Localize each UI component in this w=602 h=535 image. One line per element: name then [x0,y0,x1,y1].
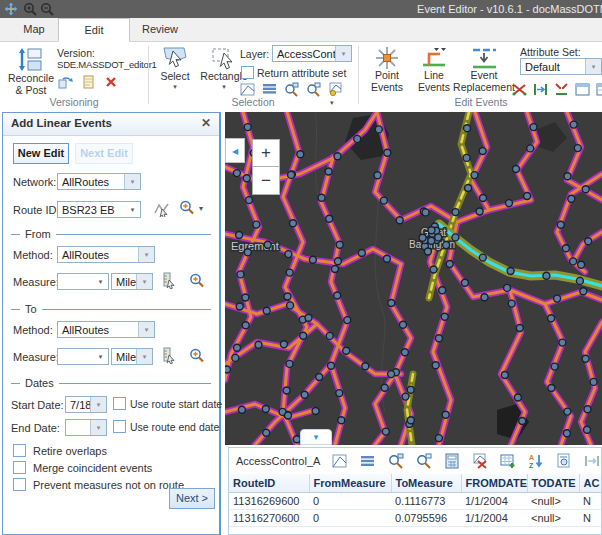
use-route-end-date-checkbox[interactable] [113,420,126,433]
event-point[interactable] [244,249,251,256]
event-point[interactable] [481,294,488,301]
event-point[interactable] [476,208,483,215]
zoom-to-route-icon[interactable] [179,200,195,216]
prevent-measures-checkbox[interactable] [13,478,26,491]
event-point[interactable] [407,386,414,393]
event-point[interactable] [452,234,459,241]
new-edit-button[interactable]: New Edit [13,143,69,164]
event-point[interactable] [435,234,442,241]
zoom-to-selected-icon[interactable] [388,453,404,469]
map-zoom-in-button[interactable]: + [252,139,280,167]
to-measure-caret[interactable]: ▾ [93,349,108,364]
event-point[interactable] [388,300,395,307]
event-point[interactable] [548,315,555,322]
event-point[interactable] [383,255,390,262]
event-point[interactable] [568,195,575,202]
show-selected-icon[interactable] [360,453,376,469]
event-point[interactable] [236,232,243,239]
delete-version-icon[interactable] [105,76,117,88]
from-measure-caret[interactable]: ▾ [93,274,108,289]
new-version-icon[interactable] [82,75,96,89]
pan-to-selection-icon[interactable] [306,82,321,97]
event-point[interactable] [480,195,487,202]
attributes-panel-icon[interactable] [575,82,590,97]
event-point[interactable] [325,168,332,175]
from-units-select[interactable]: Miles ▾ [111,273,153,290]
event-point[interactable] [441,313,448,320]
event-point[interactable] [446,261,453,268]
return-attribute-set-checkbox[interactable] [241,66,254,79]
rectangle-dropdown-caret[interactable]: ▾ [222,83,226,90]
event-point[interactable] [388,371,395,378]
from-method-select[interactable]: AllRoutes ▾ [57,246,155,263]
event-point[interactable] [428,227,435,234]
event-point[interactable] [407,417,414,424]
selection-list-icon[interactable] [262,82,277,97]
collapse-panel-button[interactable]: ◀ [225,138,245,163]
event-point[interactable] [312,408,319,415]
end-date-input[interactable]: ▾ [65,419,107,436]
to-units-select[interactable]: Miles ▾ [111,348,153,365]
event-point[interactable] [286,360,293,367]
event-point[interactable] [309,256,316,263]
event-point[interactable] [563,430,570,437]
field-calculator-icon[interactable] [444,453,460,469]
to-method-caret[interactable]: ▾ [138,322,154,337]
move-selected-icon[interactable] [584,453,600,469]
event-point[interactable] [243,175,250,182]
event-point[interactable] [382,428,389,435]
tab-review[interactable]: Review [130,18,190,41]
event-point[interactable] [318,194,325,201]
event-point[interactable] [334,258,341,265]
event-point[interactable] [290,220,297,227]
merge-events-icon[interactable] [554,82,569,97]
event-point[interactable] [297,151,304,158]
event-point[interactable] [452,209,459,216]
event-point[interactable] [582,355,589,362]
event-point[interactable] [343,347,350,354]
to-method-select[interactable]: AllRoutes ▾ [57,321,155,338]
next-button[interactable]: Next > [169,488,215,509]
refresh-version-icon[interactable] [58,75,73,89]
tab-map[interactable]: Map [10,18,58,41]
event-point[interactable] [380,197,387,204]
event-point[interactable] [574,145,581,152]
event-point[interactable] [234,344,241,351]
event-point[interactable] [300,332,307,339]
event-point[interactable] [233,170,240,177]
event-point[interactable] [578,261,585,268]
use-route-start-date-checkbox[interactable] [113,397,126,410]
event-point[interactable] [326,215,333,222]
zoom-to-selection-icon[interactable] [284,82,299,97]
event-point[interactable] [504,284,511,291]
event-point[interactable] [344,317,351,324]
event-replacement-button[interactable]: Event Replacement [452,46,516,93]
event-point[interactable] [461,279,468,286]
column-header-ac[interactable]: AC [579,474,602,493]
event-point[interactable] [479,254,486,261]
event-point[interactable] [255,341,262,348]
sort-icon[interactable]: AZ [528,453,544,469]
to-units-caret[interactable]: ▾ [136,349,152,364]
event-point[interactable] [576,277,583,284]
event-point[interactable] [334,153,341,160]
start-date-caret[interactable]: ▾ [90,397,106,412]
point-events-button[interactable]: Point Events [366,46,408,93]
event-point[interactable] [305,314,312,321]
clear-selection-icon[interactable] [472,453,488,469]
event-point[interactable] [264,241,271,248]
column-header-todate[interactable]: TODATE [527,474,579,493]
event-point[interactable] [439,287,446,294]
next-edit-button[interactable]: Next Edit [75,143,133,164]
route-id-select[interactable]: BSR23 EB ▾ [57,201,141,218]
merge-coincident-checkbox[interactable] [13,461,26,474]
event-point[interactable] [513,166,520,173]
event-point[interactable] [527,145,534,152]
panel-close-icon[interactable]: ✕ [201,116,211,130]
to-measure-input[interactable]: ▾ [57,348,109,365]
event-point[interactable] [585,238,592,245]
column-header-fromdate[interactable]: FROMDATE [461,474,527,493]
event-point[interactable] [590,378,597,385]
pan-to-selected-icon[interactable] [416,453,432,469]
event-point[interactable] [396,217,403,224]
